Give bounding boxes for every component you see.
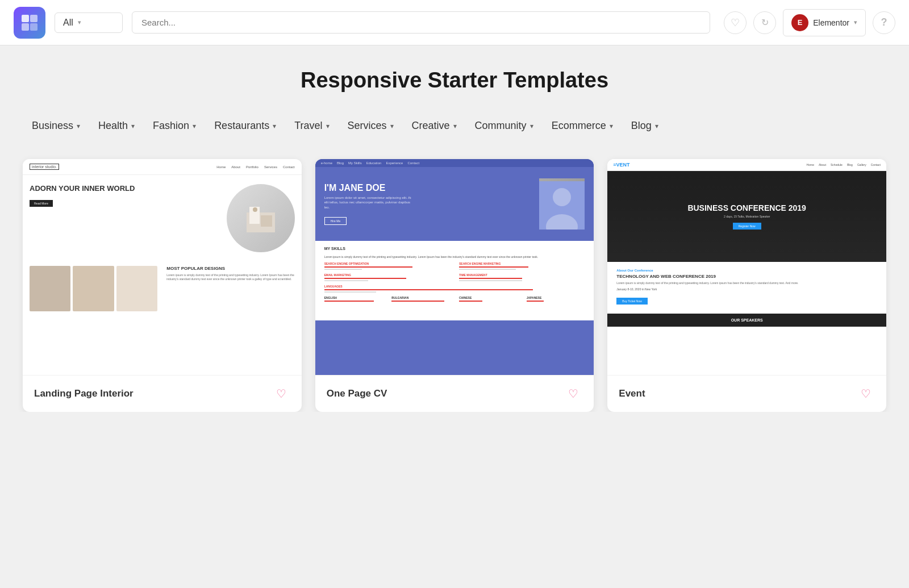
event-about-title: TECHNOLOGY AND WEB CONFERENCE 2019: [616, 274, 877, 279]
event-date: January 8-10, 2020 in New York: [616, 287, 877, 291]
event-top-bar: ≡VENT HomeAboutScheduleBlogGalleryContac…: [607, 159, 886, 171]
card-preview-interior: interior studio. HomeAboutPortfolioServi…: [23, 159, 302, 375]
template-card-event[interactable]: ≡VENT HomeAboutScheduleBlogGalleryContac…: [607, 159, 886, 412]
category-business[interactable]: Business ▾: [23, 115, 89, 136]
svg-rect-1: [30, 15, 37, 22]
favorite-button-cv[interactable]: ♡: [564, 385, 582, 403]
card-footer-cv: One Page CV ♡: [315, 375, 594, 412]
category-blog[interactable]: Blog ▾: [622, 115, 668, 136]
cv-skills-title: MY SKILLS: [324, 247, 585, 251]
refresh-button[interactable]: ↻: [753, 11, 776, 34]
template-grid: interior studio. HomeAboutPortfolioServi…: [23, 159, 886, 412]
elementor-label: Elementor: [813, 18, 849, 27]
svg-point-9: [553, 188, 571, 206]
event-register-btn: Register Now: [733, 223, 761, 230]
category-travel[interactable]: Travel ▾: [285, 115, 338, 136]
category-health[interactable]: Health ▾: [89, 115, 144, 136]
interior-section2-text: Lorem ipsum is simply dummy text of the …: [166, 273, 294, 281]
event-about-text: Lorem ipsum is simply dummy text of the …: [616, 281, 877, 285]
favorite-button-interior[interactable]: ♡: [272, 385, 290, 403]
svg-point-7: [253, 207, 257, 212]
card-title-interior: Landing Page Interior: [34, 388, 134, 399]
chevron-down-icon: ▾: [530, 122, 533, 130]
heart-icon: ♡: [731, 16, 740, 29]
app-logo[interactable]: [14, 7, 45, 39]
chevron-down-icon: ▾: [273, 122, 276, 130]
svg-rect-0: [22, 15, 29, 22]
event-ticket-btn: Buy Ticket Now: [616, 298, 647, 305]
elementor-chevron-icon: ▾: [854, 19, 857, 26]
chevron-down-icon: ▾: [655, 122, 658, 130]
page-title: Responsive Starter Templates: [23, 68, 886, 93]
interior-hero-btn: Read More: [30, 200, 53, 207]
category-nav: Business ▾ Health ▾ Fashion ▾ Restaurant…: [23, 115, 886, 136]
elementor-button[interactable]: E Elementor ▾: [783, 9, 866, 36]
filter-dropdown[interactable]: All ▾: [55, 12, 123, 33]
card-preview-event: ≡VENT HomeAboutScheduleBlogGalleryContac…: [607, 159, 886, 375]
favorites-button[interactable]: ♡: [724, 11, 747, 34]
refresh-icon: ↻: [761, 17, 769, 28]
card-preview-cv: e-homeBlogMy SkillsEducationExperienceCo…: [315, 159, 594, 375]
chevron-down-icon: ▾: [326, 122, 330, 130]
event-speakers-bar: OUR SPEAKERS: [607, 314, 886, 327]
template-card-interior[interactable]: interior studio. HomeAboutPortfolioServi…: [23, 159, 302, 412]
chevron-down-icon: ▾: [453, 122, 457, 130]
interior-headline: ADORN YOUR INNER WORLD: [30, 184, 220, 193]
interior-section2-title: MOST POPULAR DESIGNS: [166, 266, 294, 271]
category-services[interactable]: Services ▾: [339, 115, 403, 136]
help-button[interactable]: ?: [873, 11, 895, 34]
card-title-cv: One Page CV: [327, 388, 387, 399]
interior-hero-image: [227, 184, 295, 252]
svg-rect-2: [22, 23, 29, 31]
app-header: All ▾ ♡ ↻ E Elementor ▾ ?: [0, 0, 909, 45]
event-about-subtitle: About Our Conference: [616, 269, 877, 272]
event-nav: HomeAboutScheduleBlogGalleryContact: [807, 163, 881, 166]
svg-rect-3: [30, 23, 37, 31]
chevron-down-icon: ▾: [77, 122, 80, 130]
cv-photo: [539, 178, 585, 230]
filter-label: All: [63, 18, 73, 28]
chevron-down-icon: ▾: [131, 122, 135, 130]
filter-chevron-icon: ▾: [78, 19, 81, 26]
cv-hero-btn: Hire Me: [324, 217, 347, 225]
event-hero: BUSINESS CONFERENCE 2019 2 days, 15 Talk…: [607, 171, 886, 262]
category-ecommerce[interactable]: Ecommerce ▾: [543, 115, 622, 136]
chevron-down-icon: ▾: [390, 122, 394, 130]
event-about: About Our Conference TECHNOLOGY AND WEB …: [607, 262, 886, 311]
chevron-down-icon: ▾: [193, 122, 196, 130]
help-icon: ?: [881, 16, 887, 28]
template-card-cv[interactable]: e-homeBlogMy SkillsEducationExperienceCo…: [315, 159, 594, 412]
main-content: Responsive Starter Templates Business ▾ …: [0, 45, 909, 412]
event-logo: ≡VENT: [613, 162, 629, 168]
category-fashion[interactable]: Fashion ▾: [144, 115, 205, 136]
header-actions: ♡ ↻ E Elementor ▾ ?: [724, 9, 895, 36]
cv-skills-section: MY SKILLS Lorem ipsum is simply dummy te…: [315, 241, 594, 320]
card-title-event: Event: [619, 388, 645, 399]
card-footer-interior: Landing Page Interior ♡: [23, 375, 302, 412]
interior-logo: interior studio.: [30, 164, 59, 170]
chevron-down-icon: ▾: [610, 122, 613, 130]
category-restaurants[interactable]: Restaurants ▾: [205, 115, 285, 136]
cv-hero-name: I'M JANE DOE: [324, 183, 415, 193]
cv-hero-text: Lorem ipsum dolor sit amet, consectetur …: [324, 195, 415, 210]
search-input[interactable]: [132, 11, 710, 34]
favorite-button-event[interactable]: ♡: [857, 385, 875, 403]
elementor-badge: E: [791, 14, 808, 31]
event-hero-sub: 2 days, 15 Talks, Motivation Speaker: [724, 215, 770, 218]
category-creative[interactable]: Creative ▾: [403, 115, 466, 136]
card-footer-event: Event ♡: [607, 375, 886, 412]
cv-nav: e-homeBlogMy SkillsEducationExperienceCo…: [315, 159, 594, 167]
category-community[interactable]: Community ▾: [466, 115, 543, 136]
svg-rect-6: [261, 215, 272, 227]
event-hero-headline: BUSINESS CONFERENCE 2019: [687, 203, 806, 213]
